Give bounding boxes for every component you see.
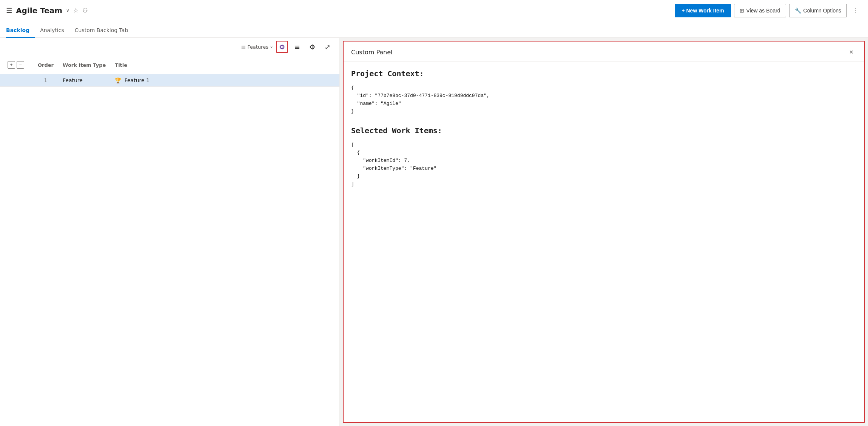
table-row[interactable]: 1 Feature 🏆 Feature 1 bbox=[0, 74, 339, 87]
work-item-type-column-header: Work Item Type bbox=[58, 56, 110, 74]
column-options-button[interactable]: 🔧 Column Options bbox=[789, 4, 847, 17]
work-item-type-cell: Feature bbox=[58, 74, 110, 87]
row-selector bbox=[0, 74, 33, 87]
expand-button[interactable]: ⤢ bbox=[321, 41, 333, 53]
title-cell: 🏆 Feature 1 bbox=[110, 74, 339, 87]
more-options-icon[interactable]: ⋮ bbox=[850, 5, 862, 15]
team-title: Agile Team bbox=[16, 6, 62, 15]
column-options-label: Column Options bbox=[803, 8, 841, 14]
view-as-board-label: View as Board bbox=[746, 8, 780, 14]
panel-title: Custom Panel bbox=[351, 49, 393, 56]
backlog-table: + − Order Work Item Type Title 1 Feature bbox=[0, 56, 339, 426]
tab-analytics[interactable]: Analytics bbox=[40, 23, 69, 38]
sort-button[interactable]: ≡ bbox=[291, 41, 303, 53]
view-as-board-button[interactable]: ⊞ View as Board bbox=[734, 4, 786, 17]
features-chevron-icon: ∨ bbox=[270, 45, 273, 49]
custom-panel: Custom Panel ✕ Project Context: { "id": … bbox=[343, 41, 865, 423]
backlog-panel: ≡ Features ∨ ⚙ ≡ ⚙ ⤢ + − bbox=[0, 38, 340, 426]
chevron-down-icon[interactable]: ∨ bbox=[66, 8, 69, 13]
toolbar-row: ≡ Features ∨ ⚙ ≡ ⚙ ⤢ bbox=[0, 38, 339, 56]
remove-row-button[interactable]: − bbox=[17, 61, 24, 69]
add-row-button[interactable]: + bbox=[8, 61, 15, 69]
top-header: ☰ Agile Team ∨ ☆ ⚇ + New Work Item ⊞ Vie… bbox=[0, 0, 868, 21]
panel-header: Custom Panel ✕ bbox=[344, 42, 864, 62]
hamburger-icon[interactable]: ☰ bbox=[6, 6, 12, 14]
settings-button[interactable]: ⚙ bbox=[306, 41, 318, 53]
main-content: ≡ Features ∨ ⚙ ≡ ⚙ ⤢ + − bbox=[0, 38, 868, 426]
new-work-item-button[interactable]: + New Work Item bbox=[675, 4, 731, 17]
board-icon: ⊞ bbox=[740, 8, 744, 14]
selected-work-items-code: [ { "workItemId": 7, "workItemType": "Fe… bbox=[351, 141, 857, 188]
order-column-header: Order bbox=[33, 56, 58, 74]
features-dropdown[interactable]: ≡ Features ∨ bbox=[241, 43, 273, 51]
panel-body: Project Context: { "id": "77b7e9bc-37d0-… bbox=[344, 62, 864, 422]
star-icon[interactable]: ☆ bbox=[73, 7, 79, 14]
header-right: + New Work Item ⊞ View as Board 🔧 Column… bbox=[675, 4, 862, 17]
wrench-icon: 🔧 bbox=[795, 8, 801, 14]
filter-active-button[interactable]: ⚙ bbox=[276, 41, 288, 53]
tab-custom-backlog[interactable]: Custom Backlog Tab bbox=[75, 23, 134, 38]
order-cell: 1 bbox=[33, 74, 58, 87]
selected-work-items-heading: Selected Work Items: bbox=[351, 126, 857, 135]
title-text: Feature 1 bbox=[125, 77, 150, 83]
add-remove-controls: + − bbox=[3, 59, 29, 71]
team-people-icon[interactable]: ⚇ bbox=[82, 7, 88, 14]
title-column-header: Title bbox=[110, 56, 339, 74]
features-label: Features bbox=[247, 44, 268, 50]
tab-backlog[interactable]: Backlog bbox=[6, 23, 35, 38]
project-context-code: { "id": "77b7e9bc-37d0-4771-839c-919d9dd… bbox=[351, 84, 857, 115]
tabs-bar: Backlog Analytics Custom Backlog Tab bbox=[0, 21, 868, 38]
trophy-icon: 🏆 bbox=[115, 77, 121, 83]
project-context-heading: Project Context: bbox=[351, 69, 857, 78]
close-panel-button[interactable]: ✕ bbox=[846, 47, 857, 57]
group-lines-icon: ≡ bbox=[241, 43, 246, 51]
header-left: ☰ Agile Team ∨ ☆ ⚇ bbox=[6, 6, 675, 15]
